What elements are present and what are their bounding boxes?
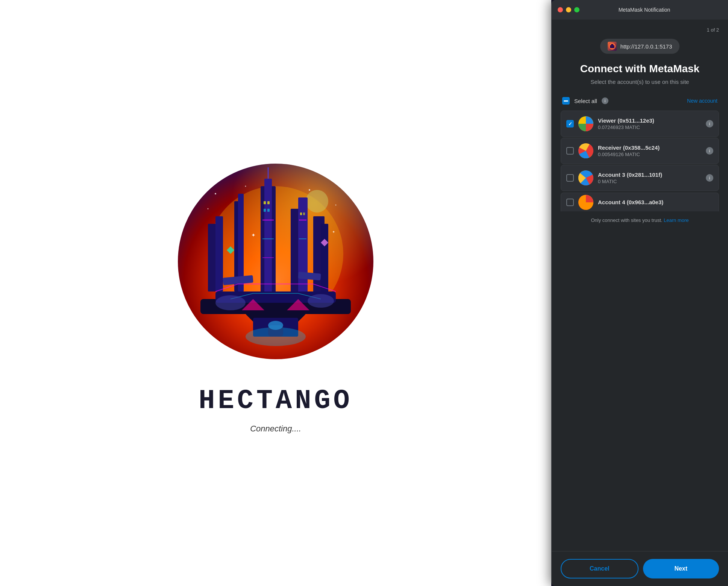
site-favicon <box>608 42 617 51</box>
account-info-receiver: Receiver (0x358...5c24) 0.00549126 MATIC <box>598 144 701 157</box>
select-all-info-icon[interactable]: i <box>602 97 608 104</box>
account-avatar-4 <box>578 195 593 210</box>
page-counter: 1 of 2 <box>561 27 719 33</box>
account-info-4: Account 4 (0x963...a0e3) <box>598 199 713 205</box>
svg-point-1 <box>306 190 328 213</box>
site-badge: http://127.0.0.1:5173 <box>600 39 680 54</box>
app-background: ✦ ✦ HECTANGO Connecting.... <box>0 0 551 586</box>
learn-more-link[interactable]: Learn more <box>664 217 689 223</box>
connect-subtitle: Select the account(s) to use on this sit… <box>561 79 719 85</box>
account-checkbox-receiver[interactable] <box>566 147 574 155</box>
metamask-panel: MetaMask Notification 1 of 2 http://127.… <box>551 0 728 586</box>
svg-rect-27 <box>267 209 270 212</box>
svg-rect-24 <box>264 201 266 204</box>
svg-rect-26 <box>264 209 266 212</box>
svg-rect-49 <box>611 44 613 46</box>
new-account-link[interactable]: New account <box>687 98 717 104</box>
maximize-button[interactable] <box>574 7 579 12</box>
svg-point-34 <box>268 321 283 330</box>
select-all-checkbox[interactable] <box>562 97 570 105</box>
svg-rect-28 <box>300 213 302 215</box>
window-controls <box>558 7 579 12</box>
next-button[interactable]: Next <box>643 559 719 578</box>
svg-point-31 <box>308 294 334 308</box>
account-item-viewer[interactable]: Viewer (0x511...12e3) 0.07246923 MATIC i <box>561 111 719 137</box>
accounts-list: Viewer (0x511...12e3) 0.07246923 MATIC i… <box>561 111 719 211</box>
footer-buttons: Cancel Next <box>552 551 728 586</box>
account-info-viewer: Viewer (0x511...12e3) 0.07246923 MATIC <box>598 117 701 130</box>
hero-illustration: ✦ ✦ <box>167 152 385 370</box>
svg-rect-10 <box>298 197 308 295</box>
account-name-viewer: Viewer (0x511...12e3) <box>598 117 701 124</box>
select-all-label: Select all <box>574 98 597 104</box>
account-balance-3: 0 MATIC <box>598 179 701 184</box>
account-checkbox-3[interactable] <box>566 174 574 182</box>
svg-rect-29 <box>303 213 305 215</box>
svg-point-39 <box>215 193 216 194</box>
svg-point-30 <box>215 295 246 310</box>
account-avatar-3 <box>578 170 593 185</box>
account-item-4[interactable]: Account 4 (0x963...a0e3) <box>561 193 719 211</box>
svg-point-40 <box>245 186 246 187</box>
svg-point-42 <box>335 205 337 206</box>
app-title-container: HECTANGO <box>199 382 353 416</box>
account-checkbox-viewer[interactable] <box>566 120 574 128</box>
cancel-button[interactable]: Cancel <box>561 559 639 578</box>
app-title: HECTANGO <box>199 386 353 416</box>
svg-rect-3 <box>215 216 223 291</box>
connect-title: Connect with MetaMask <box>561 63 719 75</box>
window-title: MetaMask Notification <box>585 7 703 13</box>
connecting-text: Connecting.... <box>250 424 301 434</box>
account-name-4: Account 4 (0x963...a0e3) <box>598 199 713 205</box>
close-button[interactable] <box>558 7 563 12</box>
account-info-icon-receiver[interactable]: i <box>706 147 713 155</box>
title-bar: MetaMask Notification <box>552 0 728 20</box>
account-info-icon-viewer[interactable]: i <box>706 120 713 128</box>
account-item-receiver[interactable]: Receiver (0x358...5c24) 0.00549126 MATIC… <box>561 138 719 164</box>
account-name-receiver: Receiver (0x358...5c24) <box>598 144 701 151</box>
account-name-3: Account 3 (0x281...101f) <box>598 172 701 178</box>
svg-rect-12 <box>321 224 328 295</box>
account-balance-viewer: 0.07246923 MATIC <box>598 124 701 130</box>
svg-text:✦: ✦ <box>332 230 335 234</box>
svg-rect-7 <box>264 179 272 295</box>
site-url: http://127.0.0.1:5173 <box>620 43 672 50</box>
svg-text:✦: ✦ <box>251 232 256 238</box>
account-info-icon-3[interactable]: i <box>706 174 713 182</box>
trust-notice: Only connect with sites you trust. Learn… <box>561 217 719 223</box>
svg-point-44 <box>208 208 209 210</box>
svg-point-43 <box>339 185 340 187</box>
metamask-content: 1 of 2 http://127.0.0.1:5173 Connect wit… <box>552 20 728 551</box>
account-avatar-viewer <box>578 116 593 131</box>
account-info-3: Account 3 (0x281...101f) 0 MATIC <box>598 172 701 184</box>
account-checkbox-4[interactable] <box>566 199 574 206</box>
account-balance-receiver: 0.00549126 MATIC <box>598 152 701 157</box>
svg-rect-25 <box>267 201 270 204</box>
select-all-row[interactable]: Select all i New account <box>561 94 719 108</box>
minimize-button[interactable] <box>566 7 571 12</box>
trust-notice-text: Only connect with sites you trust. <box>591 217 662 223</box>
svg-point-41 <box>309 189 310 191</box>
account-avatar-receiver <box>578 143 593 158</box>
account-item-3[interactable]: Account 3 (0x281...101f) 0 MATIC i <box>561 165 719 191</box>
